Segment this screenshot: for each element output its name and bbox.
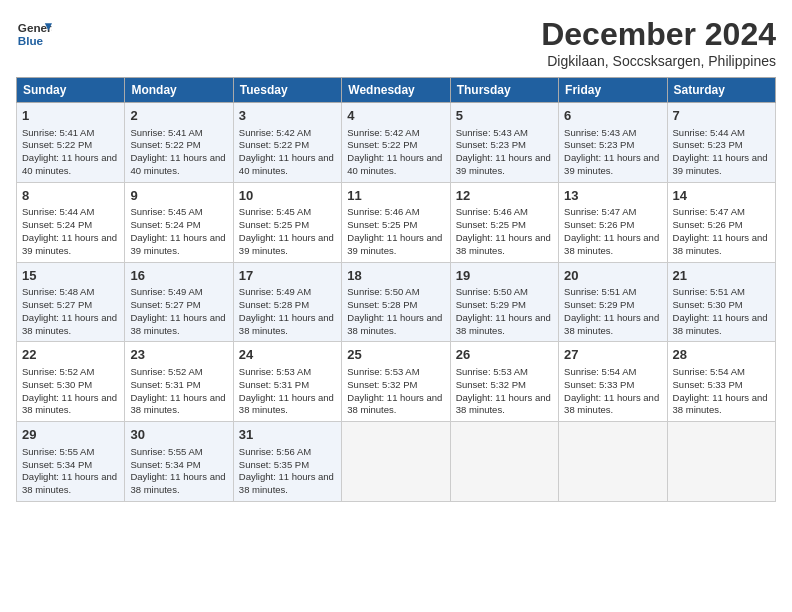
daylight-label: Daylight: 11 hours and 38 minutes. <box>130 392 225 416</box>
col-friday: Friday <box>559 78 667 103</box>
daylight-label: Daylight: 11 hours and 40 minutes. <box>239 152 334 176</box>
table-cell: 31Sunrise: 5:56 AMSunset: 5:35 PMDayligh… <box>233 422 341 502</box>
table-cell: 4Sunrise: 5:42 AMSunset: 5:22 PMDaylight… <box>342 103 450 183</box>
sunrise-label: Sunrise: 5:41 AM <box>130 127 202 138</box>
day-number: 25 <box>347 346 444 364</box>
daylight-label: Daylight: 11 hours and 38 minutes. <box>22 312 117 336</box>
day-number: 31 <box>239 426 336 444</box>
sunrise-label: Sunrise: 5:54 AM <box>673 366 745 377</box>
sunset-label: Sunset: 5:22 PM <box>239 139 309 150</box>
table-cell: 11Sunrise: 5:46 AMSunset: 5:25 PMDayligh… <box>342 182 450 262</box>
daylight-label: Daylight: 11 hours and 38 minutes. <box>347 392 442 416</box>
table-cell <box>559 422 667 502</box>
daylight-label: Daylight: 11 hours and 38 minutes. <box>564 232 659 256</box>
daylight-label: Daylight: 11 hours and 38 minutes. <box>456 392 551 416</box>
day-number: 19 <box>456 267 553 285</box>
daylight-label: Daylight: 11 hours and 38 minutes. <box>673 312 768 336</box>
title-area: December 2024 Digkilaan, Soccsksargen, P… <box>541 16 776 69</box>
svg-text:Blue: Blue <box>18 34 44 47</box>
day-number: 1 <box>22 107 119 125</box>
table-cell: 14Sunrise: 5:47 AMSunset: 5:26 PMDayligh… <box>667 182 775 262</box>
sunset-label: Sunset: 5:33 PM <box>673 379 743 390</box>
day-number: 10 <box>239 187 336 205</box>
table-cell: 25Sunrise: 5:53 AMSunset: 5:32 PMDayligh… <box>342 342 450 422</box>
sunrise-label: Sunrise: 5:44 AM <box>22 206 94 217</box>
daylight-label: Daylight: 11 hours and 40 minutes. <box>130 152 225 176</box>
sunset-label: Sunset: 5:26 PM <box>673 219 743 230</box>
day-number: 3 <box>239 107 336 125</box>
day-number: 16 <box>130 267 227 285</box>
sunset-label: Sunset: 5:27 PM <box>22 299 92 310</box>
daylight-label: Daylight: 11 hours and 38 minutes. <box>673 232 768 256</box>
day-number: 14 <box>673 187 770 205</box>
table-cell: 21Sunrise: 5:51 AMSunset: 5:30 PMDayligh… <box>667 262 775 342</box>
table-cell: 8Sunrise: 5:44 AMSunset: 5:24 PMDaylight… <box>17 182 125 262</box>
table-cell: 12Sunrise: 5:46 AMSunset: 5:25 PMDayligh… <box>450 182 558 262</box>
day-number: 17 <box>239 267 336 285</box>
table-cell: 23Sunrise: 5:52 AMSunset: 5:31 PMDayligh… <box>125 342 233 422</box>
calendar-week-row: 8Sunrise: 5:44 AMSunset: 5:24 PMDaylight… <box>17 182 776 262</box>
sunrise-label: Sunrise: 5:50 AM <box>347 286 419 297</box>
sunrise-label: Sunrise: 5:48 AM <box>22 286 94 297</box>
col-tuesday: Tuesday <box>233 78 341 103</box>
day-number: 28 <box>673 346 770 364</box>
sunset-label: Sunset: 5:22 PM <box>347 139 417 150</box>
main-title: December 2024 <box>541 16 776 53</box>
sunset-label: Sunset: 5:23 PM <box>673 139 743 150</box>
table-cell: 2Sunrise: 5:41 AMSunset: 5:22 PMDaylight… <box>125 103 233 183</box>
sunset-label: Sunset: 5:32 PM <box>347 379 417 390</box>
day-number: 2 <box>130 107 227 125</box>
daylight-label: Daylight: 11 hours and 38 minutes. <box>456 232 551 256</box>
table-cell: 30Sunrise: 5:55 AMSunset: 5:34 PMDayligh… <box>125 422 233 502</box>
sunset-label: Sunset: 5:31 PM <box>239 379 309 390</box>
table-cell: 28Sunrise: 5:54 AMSunset: 5:33 PMDayligh… <box>667 342 775 422</box>
calendar-week-row: 15Sunrise: 5:48 AMSunset: 5:27 PMDayligh… <box>17 262 776 342</box>
table-cell: 18Sunrise: 5:50 AMSunset: 5:28 PMDayligh… <box>342 262 450 342</box>
table-cell: 20Sunrise: 5:51 AMSunset: 5:29 PMDayligh… <box>559 262 667 342</box>
sunset-label: Sunset: 5:23 PM <box>564 139 634 150</box>
sunset-label: Sunset: 5:29 PM <box>564 299 634 310</box>
sunset-label: Sunset: 5:35 PM <box>239 459 309 470</box>
calendar-week-row: 1Sunrise: 5:41 AMSunset: 5:22 PMDaylight… <box>17 103 776 183</box>
day-number: 18 <box>347 267 444 285</box>
sunset-label: Sunset: 5:31 PM <box>130 379 200 390</box>
day-number: 9 <box>130 187 227 205</box>
sunrise-label: Sunrise: 5:42 AM <box>239 127 311 138</box>
daylight-label: Daylight: 11 hours and 38 minutes. <box>130 471 225 495</box>
sunrise-label: Sunrise: 5:54 AM <box>564 366 636 377</box>
table-cell: 13Sunrise: 5:47 AMSunset: 5:26 PMDayligh… <box>559 182 667 262</box>
daylight-label: Daylight: 11 hours and 38 minutes. <box>22 392 117 416</box>
daylight-label: Daylight: 11 hours and 38 minutes. <box>564 392 659 416</box>
sunset-label: Sunset: 5:22 PM <box>130 139 200 150</box>
sunset-label: Sunset: 5:29 PM <box>456 299 526 310</box>
sunrise-label: Sunrise: 5:44 AM <box>673 127 745 138</box>
table-cell: 1Sunrise: 5:41 AMSunset: 5:22 PMDaylight… <box>17 103 125 183</box>
table-cell: 5Sunrise: 5:43 AMSunset: 5:23 PMDaylight… <box>450 103 558 183</box>
table-cell: 10Sunrise: 5:45 AMSunset: 5:25 PMDayligh… <box>233 182 341 262</box>
col-saturday: Saturday <box>667 78 775 103</box>
day-number: 20 <box>564 267 661 285</box>
calendar-table: Sunday Monday Tuesday Wednesday Thursday… <box>16 77 776 502</box>
daylight-label: Daylight: 11 hours and 40 minutes. <box>22 152 117 176</box>
day-number: 6 <box>564 107 661 125</box>
header: General Blue December 2024 Digkilaan, So… <box>16 16 776 69</box>
sunrise-label: Sunrise: 5:53 AM <box>239 366 311 377</box>
sunrise-label: Sunrise: 5:43 AM <box>456 127 528 138</box>
sunset-label: Sunset: 5:34 PM <box>22 459 92 470</box>
daylight-label: Daylight: 11 hours and 38 minutes. <box>239 392 334 416</box>
logo: General Blue <box>16 16 52 52</box>
table-cell: 6Sunrise: 5:43 AMSunset: 5:23 PMDaylight… <box>559 103 667 183</box>
sunset-label: Sunset: 5:25 PM <box>456 219 526 230</box>
sunset-label: Sunset: 5:25 PM <box>239 219 309 230</box>
table-cell: 3Sunrise: 5:42 AMSunset: 5:22 PMDaylight… <box>233 103 341 183</box>
sunset-label: Sunset: 5:32 PM <box>456 379 526 390</box>
sunrise-label: Sunrise: 5:53 AM <box>347 366 419 377</box>
daylight-label: Daylight: 11 hours and 38 minutes. <box>564 312 659 336</box>
sunrise-label: Sunrise: 5:50 AM <box>456 286 528 297</box>
calendar-header-row: Sunday Monday Tuesday Wednesday Thursday… <box>17 78 776 103</box>
day-number: 5 <box>456 107 553 125</box>
col-monday: Monday <box>125 78 233 103</box>
table-cell: 15Sunrise: 5:48 AMSunset: 5:27 PMDayligh… <box>17 262 125 342</box>
day-number: 26 <box>456 346 553 364</box>
table-cell: 9Sunrise: 5:45 AMSunset: 5:24 PMDaylight… <box>125 182 233 262</box>
